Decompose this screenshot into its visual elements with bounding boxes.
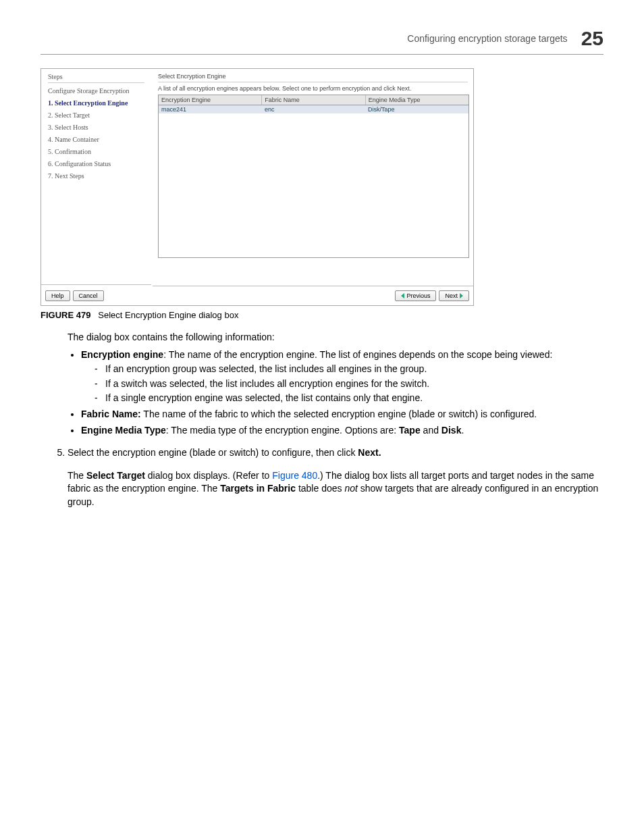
- step-5-item: Select the encryption engine (blade or s…: [68, 446, 603, 509]
- dash-list: If an encryption group was selected, the…: [95, 363, 603, 405]
- header-title: Configuring encryption storage targets: [407, 33, 567, 44]
- step-6: 6. Configuration Status: [48, 159, 144, 168]
- bullet-engine-media-type: Engine Media Type: The media type of the…: [81, 424, 603, 438]
- step-4: 4. Name Container: [48, 135, 144, 144]
- dash-item: If an encryption group was selected, the…: [95, 363, 603, 376]
- arrow-right-icon: [460, 293, 463, 298]
- arrow-left-icon: [401, 293, 404, 298]
- panel-description: A list of all encryption engines appears…: [158, 85, 468, 92]
- col-encryption-engine: Encryption Engine: [159, 95, 262, 105]
- col-engine-media-type: Engine Media Type: [366, 95, 468, 105]
- intro-paragraph: The dialog box contains the following in…: [68, 331, 603, 344]
- bullet-fabric-name: Fabric Name: The name of the fabric to w…: [81, 408, 603, 421]
- table-header: Encryption Engine Fabric Name Engine Med…: [159, 95, 468, 105]
- figure-caption-text: Select Encryption Engine dialog box: [98, 310, 238, 320]
- next-label: Next: [445, 292, 458, 299]
- previous-button[interactable]: Previous: [395, 290, 436, 301]
- bullet-encryption-engine: Encryption engine: The name of the encry…: [81, 348, 603, 405]
- figure-label: FIGURE 479: [41, 310, 90, 320]
- engine-table: Encryption Engine Fabric Name Engine Med…: [158, 95, 469, 258]
- step-1: 1. Select Encryption Engine: [48, 99, 144, 107]
- previous-label: Previous: [406, 292, 430, 299]
- cell-media: Disk/Tape: [365, 105, 468, 113]
- step-5: 5. Confirmation: [48, 147, 144, 156]
- page-header: Configuring encryption storage targets 2…: [41, 27, 603, 55]
- wizard-button-bar: Help Cancel Previous Next: [45, 289, 469, 303]
- col-fabric-name: Fabric Name: [262, 95, 365, 105]
- figure-480-link[interactable]: Figure 480: [272, 470, 317, 481]
- steps-header: Configure Storage Encryption: [48, 86, 144, 95]
- table-row[interactable]: mace241 enc Disk/Tape: [159, 105, 468, 113]
- step-2: 2. Select Target: [48, 111, 144, 120]
- next-button[interactable]: Next: [439, 290, 469, 301]
- chapter-number: 25: [581, 27, 603, 50]
- step-3: 3. Select Hosts: [48, 123, 144, 132]
- cancel-button[interactable]: Cancel: [73, 290, 104, 301]
- help-button[interactable]: Help: [45, 290, 70, 301]
- dash-item: If a switch was selected, the list inclu…: [95, 377, 603, 391]
- panel-title: Select Encryption Engine: [158, 73, 468, 82]
- figure-image: Steps Configure Storage Encryption 1. Se…: [41, 68, 474, 306]
- steps-title: Steps: [48, 73, 144, 83]
- cell-fabric: enc: [262, 105, 365, 113]
- wizard-steps-panel: Steps Configure Storage Encryption 1. Se…: [41, 69, 151, 285]
- step-7: 7. Next Steps: [48, 172, 144, 180]
- numbered-steps: Select the encryption engine (blade or s…: [54, 446, 603, 509]
- body-text: The dialog box contains the following in…: [68, 331, 603, 437]
- figure-caption: FIGURE 479 Select Encryption Engine dial…: [41, 310, 603, 320]
- dash-item: If a single encryption engine was select…: [95, 392, 603, 405]
- cell-engine: mace241: [159, 105, 262, 113]
- bullet-list: Encryption engine: The name of the encry…: [81, 348, 603, 438]
- wizard-content-panel: Select Encryption Engine A list of all e…: [153, 69, 473, 286]
